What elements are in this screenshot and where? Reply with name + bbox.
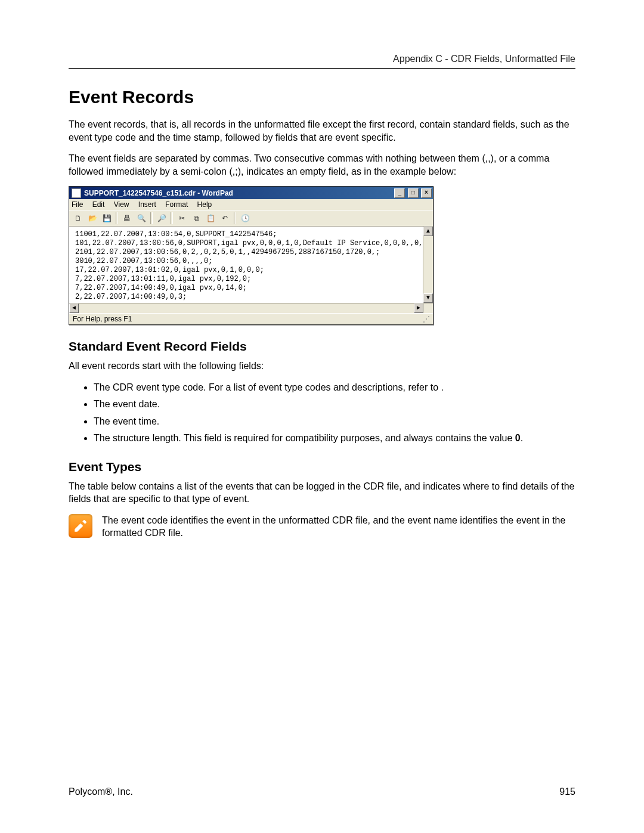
list-item: The event date.: [94, 398, 575, 411]
print-icon[interactable]: 🖶: [120, 212, 134, 225]
vertical-scrollbar[interactable]: ▲ ▼: [423, 227, 433, 303]
wordpad-titlebar: SUPPORT_1422547546_c151.cdr - WordPad _ …: [69, 187, 433, 199]
page-footer: Polycom®, Inc. 915: [69, 786, 575, 797]
wordpad-menubar: File Edit View Insert Format Help: [69, 199, 433, 210]
wordpad-title-text: SUPPORT_1422547546_c151.cdr - WordPad: [84, 189, 394, 197]
menu-edit[interactable]: Edit: [92, 200, 105, 209]
list-item: The CDR event type code. For a list of e…: [94, 381, 575, 394]
menu-help[interactable]: Help: [197, 200, 212, 209]
note-icon: [69, 514, 92, 538]
menu-view[interactable]: View: [114, 200, 129, 209]
wordpad-toolbar: 🗋 📂 💾 🖶 🔍 🔎 ✂ ⧉ 📋 ↶ 🕓: [69, 210, 433, 227]
intro-para-2: The event fields are separated by commas…: [69, 152, 575, 178]
list-item: The structure length. This field is requ…: [94, 432, 575, 445]
print-preview-icon[interactable]: 🔍: [135, 212, 148, 225]
menu-format[interactable]: Format: [165, 200, 188, 209]
note-text: The event code identifies the event in t…: [102, 514, 575, 540]
note-callout: The event code identifies the event in t…: [69, 514, 575, 540]
intro-para-1: The event records, that is, all records …: [69, 118, 575, 144]
header-divider: [69, 68, 575, 69]
section-standard-fields-intro: All event records start with the followi…: [69, 360, 575, 373]
toolbar-separator: [171, 212, 173, 224]
horizontal-scrollbar[interactable]: ◄ ►: [69, 303, 433, 313]
section-event-types-intro: The table below contains a list of the e…: [69, 480, 575, 506]
page-title: Event Records: [69, 87, 575, 107]
undo-icon[interactable]: ↶: [218, 212, 231, 225]
paste-icon[interactable]: 📋: [204, 212, 217, 225]
resize-grip-icon[interactable]: ⋰: [423, 315, 429, 323]
cut-icon[interactable]: ✂: [175, 212, 188, 225]
footer-page-number: 915: [559, 786, 575, 797]
scroll-right-icon[interactable]: ►: [414, 304, 423, 313]
wordpad-window: SUPPORT_1422547546_c151.cdr - WordPad _ …: [69, 186, 434, 325]
menu-file[interactable]: File: [72, 200, 83, 209]
toolbar-separator: [234, 212, 236, 224]
list-item: The event time.: [94, 415, 575, 428]
window-close-button[interactable]: ×: [421, 188, 432, 198]
wordpad-app-icon: [72, 188, 81, 198]
window-maximize-button[interactable]: □: [408, 188, 419, 198]
section-event-types-heading: Event Types: [69, 460, 575, 474]
footer-company: Polycom®, Inc.: [69, 786, 133, 797]
scroll-down-icon[interactable]: ▼: [423, 293, 433, 303]
status-text: For Help, press F1: [73, 315, 132, 323]
list-item-text: The structure length. This field is requ…: [94, 433, 523, 443]
page-header-right: Appendix C - CDR Fields, Unformatted Fil…: [69, 54, 575, 64]
find-icon[interactable]: 🔎: [155, 212, 168, 225]
wordpad-statusbar: For Help, press F1 ⋰: [69, 313, 433, 324]
new-icon[interactable]: 🗋: [72, 212, 85, 225]
toolbar-separator: [116, 212, 118, 224]
datetime-icon[interactable]: 🕓: [239, 212, 252, 225]
save-icon[interactable]: 💾: [100, 212, 113, 225]
section-standard-fields-heading: Standard Event Record Fields: [69, 339, 575, 354]
scroll-up-icon[interactable]: ▲: [423, 227, 433, 236]
menu-insert[interactable]: Insert: [138, 200, 156, 209]
scroll-left-icon[interactable]: ◄: [69, 304, 79, 313]
toolbar-separator: [150, 212, 153, 224]
wordpad-text-area[interactable]: 11001,22.07.2007,13:00:54,0,SUPPORT_1422…: [69, 227, 433, 303]
copy-icon[interactable]: ⧉: [190, 212, 203, 225]
window-minimize-button[interactable]: _: [394, 188, 405, 198]
open-icon[interactable]: 📂: [86, 212, 99, 225]
standard-fields-list: The CDR event type code. For a list of e…: [69, 381, 575, 445]
